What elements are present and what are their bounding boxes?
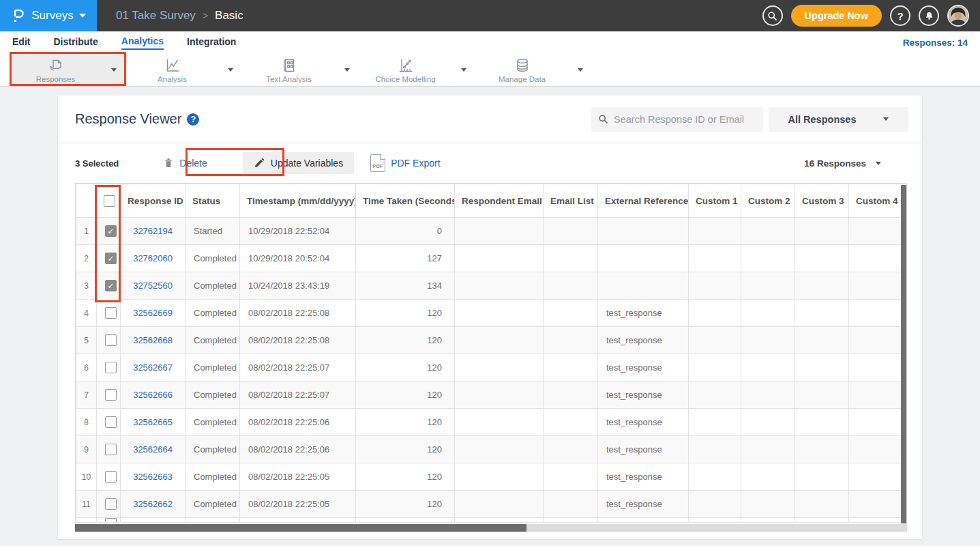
response-search-box[interactable] — [591, 107, 763, 132]
row-checkbox[interactable] — [105, 498, 117, 510]
toolbar-dropdown-analysis[interactable] — [217, 54, 244, 86]
breadcrumb-current-page: Basic — [215, 9, 243, 23]
toolbar-group-text-analysis: Text Analysis — [244, 54, 361, 86]
cell-custom2 — [741, 463, 795, 491]
row-checkbox[interactable] — [105, 518, 117, 522]
horizontal-scrollbar-thumb[interactable] — [75, 524, 526, 532]
search-icon[interactable] — [762, 5, 783, 26]
toolbar-button-analysis[interactable]: Analysis — [128, 54, 217, 86]
response-id-link[interactable]: 32762060 — [121, 245, 185, 272]
cell-status: Completed — [185, 436, 240, 463]
notifications-bell-icon[interactable] — [919, 5, 939, 26]
column-header-custom-4: Custom 4 — [849, 184, 903, 218]
tab-edit[interactable]: Edit — [12, 36, 30, 49]
row-checkbox-cell — [97, 436, 121, 463]
update-variables-button[interactable]: Update Variables — [243, 152, 354, 174]
row-checkbox[interactable]: ✓ — [105, 280, 117, 291]
toolbar-button-manage-data[interactable]: Manage Data — [477, 54, 567, 86]
response-filter-dropdown[interactable]: All Responses — [769, 107, 908, 132]
row-number: 7 — [76, 382, 97, 409]
brand-menu[interactable]: Surveys — [0, 0, 97, 31]
user-avatar[interactable] — [947, 5, 969, 27]
row-checkbox[interactable] — [105, 444, 117, 455]
row-checkbox[interactable] — [105, 389, 117, 401]
breadcrumb-separator: > — [203, 10, 208, 21]
cell-respondent_email — [455, 245, 544, 272]
cell-timestamp: 10/29/2018 20:52:04 — [240, 245, 356, 272]
row-checkbox[interactable] — [105, 334, 117, 346]
search-icon — [598, 114, 608, 124]
cell-time_taken: 120 — [356, 463, 455, 491]
response-id-link[interactable]: 32562663 — [121, 463, 185, 491]
select-all-checkbox[interactable] — [104, 195, 115, 207]
row-checkbox[interactable]: ✓ — [105, 253, 117, 264]
cell-status: Completed — [185, 354, 240, 382]
response-id-link[interactable]: 32562669 — [121, 300, 185, 327]
pdf-file-icon: PDF — [370, 154, 385, 172]
cell-respondent_email — [455, 218, 544, 245]
toolbar-group-manage-data: Manage Data — [477, 54, 594, 86]
row-checkbox[interactable] — [105, 307, 117, 319]
tab-analytics[interactable]: Analytics — [121, 35, 164, 50]
cell-custom2 — [741, 218, 795, 245]
cell-custom2 — [741, 491, 795, 518]
header-row-number — [76, 184, 97, 218]
response-id-link[interactable]: 32562662 — [121, 491, 185, 518]
cell-status: Completed — [185, 272, 240, 300]
cell-empty — [455, 518, 544, 523]
cell-respondent_email — [455, 327, 544, 354]
response-id-link[interactable]: 32562666 — [121, 382, 185, 409]
row-checkbox[interactable] — [105, 416, 117, 428]
toolbar-dropdown-responses[interactable] — [100, 54, 128, 86]
delete-button[interactable]: Delete — [163, 157, 207, 169]
column-header-respondent-email: Respondent Email — [455, 184, 544, 218]
horizontal-scrollbar[interactable] — [75, 524, 907, 532]
breadcrumb-survey-name[interactable]: 01 Take Survey — [116, 9, 196, 23]
cell-custom4 — [849, 218, 903, 245]
toolbar-group-analysis: Analysis — [128, 54, 244, 86]
tab-integration[interactable]: Integration — [187, 36, 236, 49]
cell-email_list — [544, 218, 598, 245]
cell-email_list — [544, 382, 598, 409]
toolbar-dropdown-text-analysis[interactable] — [333, 54, 361, 86]
row-checkbox[interactable] — [105, 471, 117, 483]
tab-distribute[interactable]: Distribute — [53, 36, 98, 49]
cell-status: Completed — [185, 491, 240, 518]
toolbar-dropdown-manage-data[interactable] — [567, 54, 594, 86]
vertical-scrollbar[interactable] — [901, 185, 906, 523]
column-header-time-taken-seconds-[interactable]: Time Taken (Seconds) — [356, 184, 455, 218]
table-row-partial — [76, 518, 903, 523]
toolbar-label: Text Analysis — [266, 75, 311, 83]
response-viewer-help-icon[interactable]: ? — [187, 113, 199, 126]
toolbar-button-responses[interactable]: Responses — [11, 54, 100, 86]
toolbar-button-text-analysis[interactable]: Text Analysis — [244, 54, 333, 86]
pdf-export-button[interactable]: PDF PDF Export — [370, 154, 440, 172]
text-analysis-icon — [281, 57, 297, 74]
search-input[interactable] — [614, 114, 756, 125]
row-checkbox-cell — [97, 382, 121, 409]
toolbar-button-choice-modelling[interactable]: Choice Modelling — [361, 54, 450, 86]
response-id-link[interactable]: 32562668 — [121, 327, 185, 354]
column-header-timestamp-mm-dd-yyyy-[interactable]: Timestamp (mm/dd/yyyy) — [240, 184, 356, 218]
row-number: 1 — [76, 218, 97, 245]
row-checkbox[interactable]: ✓ — [105, 225, 117, 237]
response-id-link[interactable]: 32762194 — [121, 218, 185, 245]
response-id-link[interactable]: 32562665 — [121, 409, 185, 436]
toolbar-dropdown-choice-modelling[interactable] — [450, 54, 477, 86]
responses-page-size-dropdown[interactable]: 16 Responses — [804, 158, 881, 169]
column-header-response-id[interactable]: Response ID — [121, 184, 185, 218]
trash-icon — [163, 157, 174, 169]
questionpro-logo-icon — [11, 8, 26, 24]
filter-selected-value: All Responses — [788, 114, 857, 125]
chevron-down-icon — [876, 162, 881, 165]
response-id-link[interactable]: 32562664 — [121, 436, 185, 463]
row-checkbox[interactable] — [105, 362, 117, 373]
cell-custom2 — [741, 354, 795, 382]
upgrade-now-button[interactable]: Upgrade Now — [791, 5, 882, 27]
response-id-link[interactable]: 32752560 — [121, 272, 185, 300]
help-icon[interactable]: ? — [890, 5, 910, 26]
response-id-link[interactable]: 32562667 — [121, 354, 185, 382]
cell-custom4 — [849, 491, 903, 518]
toolbar-label: Manage Data — [499, 75, 546, 83]
table-row: 2✓32762060Completed10/29/2018 20:52:0412… — [76, 245, 903, 272]
